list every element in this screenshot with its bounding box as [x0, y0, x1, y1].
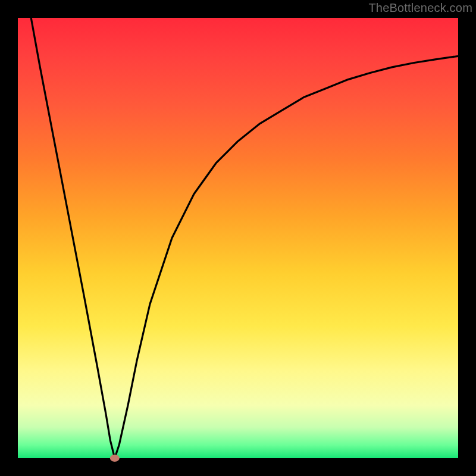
optimal-point-marker: [110, 455, 120, 462]
watermark-text: TheBottleneck.com: [368, 1, 472, 15]
bottleneck-curve-path: [31, 18, 458, 458]
chart-container: TheBottleneck.com: [0, 0, 476, 476]
plot-area: [18, 18, 458, 458]
curve-svg: [18, 18, 458, 458]
